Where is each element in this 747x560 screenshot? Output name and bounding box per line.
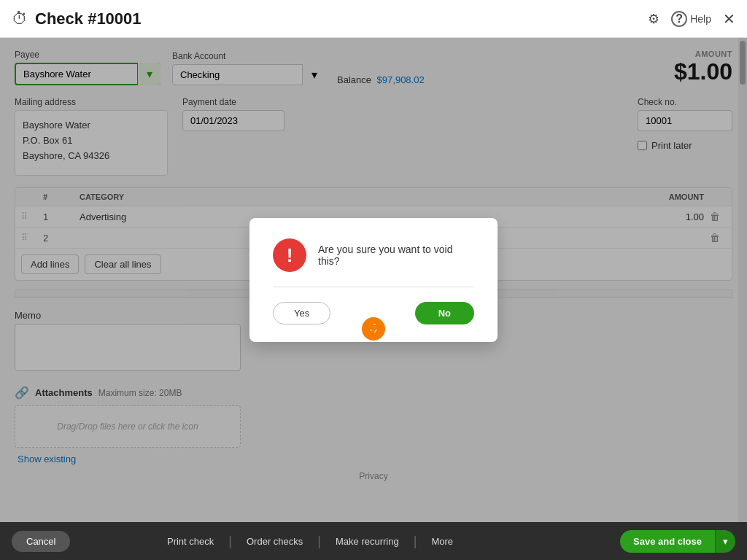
modal-divider	[273, 287, 474, 287]
settings-icon: ⚙	[648, 11, 659, 27]
page-title: Check #10001	[35, 9, 142, 28]
void-confirm-dialog: ! Are you sure you want to void this? Ye…	[249, 218, 498, 342]
more-button[interactable]: More	[417, 531, 468, 552]
step-arrow	[368, 324, 379, 333]
void-no-button[interactable]: No	[415, 302, 474, 324]
exclamation-icon: !	[287, 246, 293, 265]
cancel-button[interactable]: Cancel	[12, 531, 70, 552]
modal-warning-icon: !	[273, 238, 306, 272]
save-close-dropdown-button[interactable]: ▾	[715, 530, 735, 553]
save-close-button[interactable]: Save and close	[620, 530, 715, 553]
void-yes-button[interactable]: Yes	[273, 302, 330, 324]
footer: Cancel Print check | Order checks | Make…	[0, 522, 747, 560]
order-checks-button[interactable]: Order checks	[232, 531, 317, 552]
modal-question-text: Are you sure you want to void this?	[318, 244, 474, 267]
clock-icon: ⏱	[12, 9, 28, 28]
help-icon: ?	[671, 11, 687, 27]
settings-button[interactable]: ⚙	[648, 11, 659, 27]
modal-content-row: ! Are you sure you want to void this?	[273, 238, 474, 272]
help-button[interactable]: ? Help	[671, 11, 711, 27]
make-recurring-button[interactable]: Make recurring	[321, 531, 414, 552]
save-dropdown-arrow-icon: ▾	[723, 536, 728, 547]
footer-center-actions: Print check | Order checks | Make recurr…	[152, 531, 468, 552]
close-button[interactable]: ✕	[723, 10, 735, 28]
header-right: ⚙ ? Help ✕	[648, 10, 735, 28]
header-left: ⏱ Check #10001	[12, 9, 142, 28]
save-close-group: Save and close ▾	[620, 530, 735, 553]
print-check-button[interactable]: Print check	[152, 531, 228, 552]
close-icon: ✕	[723, 10, 735, 28]
modal-overlay: ! Are you sure you want to void this? Ye…	[0, 38, 747, 522]
help-label: Help	[690, 13, 711, 25]
header: ⏱ Check #10001 ⚙ ? Help ✕	[0, 0, 747, 38]
